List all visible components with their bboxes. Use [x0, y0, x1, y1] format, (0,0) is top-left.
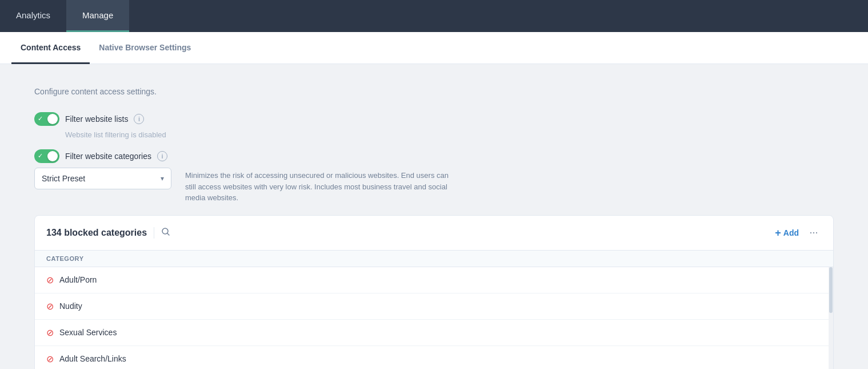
categories-header: 134 blocked categories + Add ··· [35, 216, 833, 251]
scrollbar-thumb[interactable] [829, 267, 833, 313]
filter-website-lists-info-icon[interactable]: i [134, 114, 144, 124]
filter-website-categories-label: Filter website categories [65, 152, 151, 161]
filter-website-lists-label: Filter website lists [65, 114, 128, 124]
block-icon: ⊘ [46, 301, 54, 312]
toggle-check-icon: ✓ [38, 115, 43, 122]
add-label: Add [783, 228, 799, 237]
sub-nav: Content Access Native Browser Settings [0, 32, 868, 64]
plus-icon: + [775, 228, 781, 238]
filter-website-categories-info-icon[interactable]: i [157, 151, 167, 161]
scrollbar-track [829, 267, 833, 370]
filter-website-categories-toggle[interactable]: ✓ [34, 149, 59, 163]
categories-panel: 134 blocked categories + Add ··· [34, 215, 834, 370]
chevron-down-icon: ▾ [161, 174, 164, 182]
table-row: ⊘ Sexual Services [35, 320, 833, 346]
sub-nav-content-access[interactable]: Content Access [11, 32, 90, 64]
categories-list: ⊘ Adult/Porn ⊘ Nudity ⊘ Sexual Services … [35, 267, 833, 370]
table-row: ⊘ Adult Search/Links [35, 346, 833, 370]
block-icon: ⊘ [46, 275, 54, 285]
table-row: ⊘ Nudity [35, 293, 833, 320]
sub-nav-native-browser-settings[interactable]: Native Browser Settings [90, 32, 200, 64]
filter-website-lists-toggle[interactable]: ✓ [34, 112, 59, 126]
svg-line-1 [167, 233, 170, 235]
categories-header-left: 134 blocked categories [46, 227, 170, 239]
preset-description: Minimizes the risk of accessing unsecure… [185, 168, 459, 204]
toggle-thumb [47, 114, 58, 124]
ellipsis-icon: ··· [809, 227, 818, 239]
category-name: Adult Search/Links [59, 354, 126, 363]
preset-dropdown-row: Strict Preset ▾ Minimizes the risk of ac… [34, 168, 834, 204]
filter-website-lists-row: ✓ Filter website lists i [34, 112, 834, 126]
category-column-header: CATEGORY [35, 251, 833, 267]
top-nav: Analytics Manage [0, 0, 868, 32]
toggle-thumb-2 [47, 151, 58, 161]
toggle-check-icon-2: ✓ [38, 152, 43, 160]
search-icon[interactable] [161, 227, 170, 239]
block-icon: ⊘ [46, 327, 54, 338]
categories-header-right: + Add ··· [775, 225, 822, 241]
category-name: Nudity [59, 301, 82, 311]
preset-dropdown-value: Strict Preset [42, 174, 85, 183]
page-description: Configure content access settings. [34, 87, 834, 96]
top-nav-manage[interactable]: Manage [66, 0, 129, 32]
filter-website-categories-row: ✓ Filter website categories i [34, 149, 834, 163]
category-name: Sexual Services [59, 328, 117, 337]
more-options-button[interactable]: ··· [806, 225, 822, 241]
categories-count: 134 blocked categories [46, 228, 147, 238]
filter-website-lists-subtext: Website list filtering is disabled [65, 130, 834, 139]
top-nav-analytics[interactable]: Analytics [0, 0, 66, 32]
table-row: ⊘ Adult/Porn [35, 267, 833, 293]
add-button[interactable]: + Add [775, 228, 799, 238]
category-name: Adult/Porn [59, 275, 97, 284]
block-icon: ⊘ [46, 354, 54, 364]
preset-dropdown[interactable]: Strict Preset ▾ [34, 168, 171, 189]
main-content: Configure content access settings. ✓ Fil… [0, 64, 868, 369]
header-divider [154, 227, 154, 239]
